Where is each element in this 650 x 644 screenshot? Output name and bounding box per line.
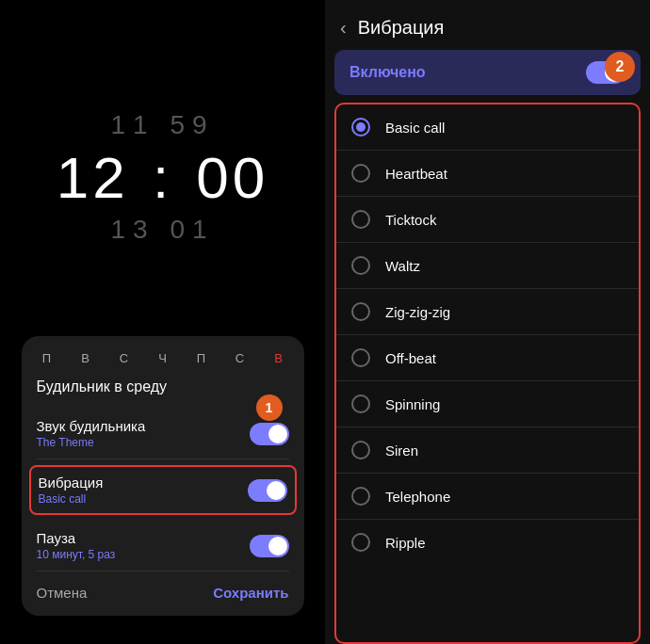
pause-toggle[interactable] <box>250 535 289 557</box>
back-arrow-icon[interactable]: ‹ <box>340 17 347 39</box>
vib-label-siren: Siren <box>385 443 418 459</box>
day-thu: Ч <box>153 351 173 365</box>
alarm-row-pause: Пауза 10 минут, 5 раз <box>37 521 289 572</box>
sound-sub: The Theme <box>37 436 146 449</box>
radio-spinning <box>351 394 370 413</box>
vib-label-telephone: Telephone <box>385 489 450 505</box>
vib-item-offbeat[interactable]: Off-beat <box>336 335 639 381</box>
vib-item-spinning[interactable]: Spinning <box>336 381 639 427</box>
badge-2: 2 <box>605 52 635 82</box>
right-panel: ‹ Вибрация Включено 2 Basic call Heartbe… <box>325 0 650 644</box>
radio-zig <box>351 302 370 321</box>
radio-offbeat <box>351 348 370 367</box>
day-sun: В <box>268 351 289 365</box>
sound-label: Звук будильника <box>37 418 146 434</box>
vibration-label: Вибрация <box>39 475 104 491</box>
vib-label-waltz: Waltz <box>385 258 420 274</box>
clock-prev: 11 59 <box>110 110 214 140</box>
vib-label-heartbeat: Heartbeat <box>385 166 447 182</box>
badge-1: 1 <box>256 394 283 421</box>
alarm-buttons: Отмена Сохранить <box>37 585 289 601</box>
sound-info: Звук будильника The Theme <box>37 418 146 449</box>
left-panel: 11 59 12 : 00 13 01 П В С Ч П С В Будиль… <box>0 0 325 644</box>
radio-basic-call <box>351 118 370 137</box>
vibration-title: Вибрация <box>358 17 445 39</box>
day-sat: С <box>230 351 251 365</box>
vib-item-ripple[interactable]: Ripple <box>336 520 639 565</box>
radio-siren <box>351 441 370 459</box>
enabled-label: Включено <box>349 64 426 81</box>
vib-label-ripple: Ripple <box>385 535 426 551</box>
radio-heartbeat <box>351 164 370 183</box>
vib-label-ticktock: Ticktock <box>385 212 436 228</box>
clock-main: 12 : 00 <box>57 144 269 211</box>
vib-item-telephone[interactable]: Telephone <box>336 474 639 520</box>
clock-hours: 12 <box>57 145 129 210</box>
radio-telephone <box>351 487 370 506</box>
cancel-button[interactable]: Отмена <box>37 585 88 601</box>
pause-sub: 10 минут, 5 раз <box>37 548 116 561</box>
save-button[interactable]: Сохранить <box>213 585 288 601</box>
vib-label-zig: Zig-zig-zig <box>385 304 450 320</box>
clock-area: 11 59 12 : 00 13 01 <box>57 0 269 336</box>
day-mon: П <box>37 351 57 365</box>
alarm-card: П В С Ч П С В Будильник в среду Звук буд… <box>22 336 304 616</box>
clock-next: 13 01 <box>110 215 214 245</box>
vib-label-offbeat: Off-beat <box>385 350 436 366</box>
vibration-toggle[interactable] <box>248 479 287 502</box>
pause-label: Пауза <box>37 530 116 546</box>
day-wed: С <box>114 351 135 365</box>
vib-label-spinning: Spinning <box>385 396 440 412</box>
days-row: П В С Ч П С В <box>37 351 289 365</box>
alarm-row-sound: Звук будильника The Theme 1 <box>37 409 289 459</box>
radio-waltz <box>351 256 370 275</box>
radio-ripple <box>351 533 370 552</box>
clock-colon: : <box>153 145 192 210</box>
vibration-sub: Basic call <box>39 492 104 506</box>
vib-item-heartbeat[interactable]: Heartbeat <box>336 151 639 197</box>
vibration-header: ‹ Вибрация <box>325 0 650 50</box>
vibration-info: Вибрация Basic call <box>39 475 104 506</box>
vibration-list: Basic call Heartbeat Ticktock Waltz Zig-… <box>334 103 641 644</box>
vib-item-waltz[interactable]: Waltz <box>336 243 639 289</box>
radio-ticktock <box>351 210 370 229</box>
vib-label-basic-call: Basic call <box>385 120 445 136</box>
day-tue: В <box>75 351 96 365</box>
day-fri: П <box>191 351 212 365</box>
sound-toggle[interactable] <box>250 423 289 445</box>
clock-minutes: 00 <box>196 145 268 210</box>
alarm-title: Будильник в среду <box>37 378 289 395</box>
vib-item-zig[interactable]: Zig-zig-zig <box>336 289 639 335</box>
vib-item-ticktock[interactable]: Ticktock <box>336 197 639 243</box>
vib-item-siren[interactable]: Siren <box>336 427 639 474</box>
pause-info: Пауза 10 минут, 5 раз <box>37 530 116 561</box>
enabled-bar: Включено 2 <box>334 50 641 95</box>
alarm-row-vibration[interactable]: Вибрация Basic call <box>29 465 297 515</box>
vib-item-basic-call[interactable]: Basic call <box>336 105 639 151</box>
